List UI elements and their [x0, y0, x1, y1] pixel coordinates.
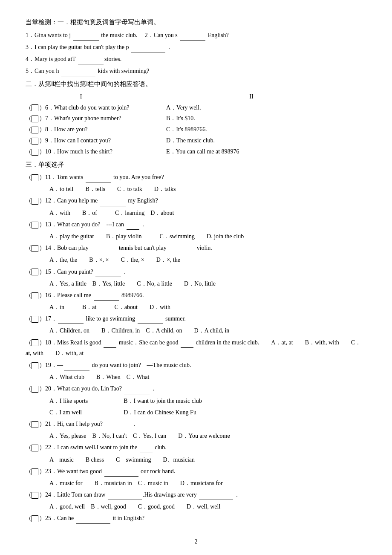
blank-24a[interactable]: [108, 500, 142, 500]
section3-options-22: A music B chess C swimming D、musician: [49, 454, 366, 465]
section3-q23: （ ）23．We want two good our rock band.: [26, 466, 366, 477]
section1-item-4: 4．Mary is good atT stories.: [26, 54, 366, 64]
section2-item-6: （ ）6．What club do you want to join? A．Ve…: [26, 103, 366, 113]
answer-box-7[interactable]: [32, 116, 38, 122]
blank-18b[interactable]: [181, 347, 193, 348]
section3-q21: （ ）21．Hi, can I help you? ．: [26, 419, 366, 429]
section3-options-11: A．to tell B．tells C．to talk D．talks: [49, 184, 366, 194]
section3-q11: （ ）11．Tom wants to you. Are you free?: [26, 172, 366, 182]
answer-box-8[interactable]: [32, 127, 38, 133]
blank-17b[interactable]: [138, 324, 163, 324]
section3-options-23: A．music for B．musician in C．music in D．m…: [49, 478, 366, 489]
section3-options-21: A．Yes, please B．No, I can't C．Yes, I can…: [49, 431, 366, 441]
section3-options-19: A．What club B．When C．What: [49, 372, 366, 382]
blank-3[interactable]: [131, 52, 165, 52]
page-content: 当堂检测：一．根据句意及词首字母写出单词。 1．Gina wants to j …: [26, 17, 366, 546]
blank-22[interactable]: [140, 453, 153, 453]
section3-options-17: A．Children, on B．Children, in C．A child,…: [49, 325, 366, 336]
answer-box-25[interactable]: [32, 515, 38, 522]
blank-13[interactable]: [127, 229, 139, 230]
answer-box-14[interactable]: [32, 245, 38, 252]
answer-box-19[interactable]: [32, 362, 38, 369]
answer-box-18[interactable]: [32, 339, 38, 346]
section3-options-12: A．with B．of C．learning D．about: [49, 208, 366, 218]
blank-1b[interactable]: [180, 40, 205, 40]
blank-12[interactable]: [100, 206, 126, 206]
section2-q6: （ ）6．What club do you want to join?: [26, 103, 166, 113]
blank-11[interactable]: [86, 182, 111, 182]
blank-25[interactable]: [76, 523, 110, 524]
blank-23[interactable]: [104, 476, 138, 477]
section2-q10: （ ）10．How much is the shirt?: [26, 147, 166, 157]
section2-q8: （ ）8．How are you?: [26, 124, 166, 135]
section2-q9: （ ）9．How can I contact you?: [26, 136, 166, 146]
blank-21[interactable]: [105, 429, 130, 429]
section3-q13: （ ）13．What can you do? ---I can ．: [26, 219, 366, 230]
section2-item-7: （ ）7．What's your phone number? B．It's $1…: [26, 113, 366, 124]
section3-options-20a: A．I like sports B．I want to join the mus…: [49, 396, 366, 406]
section3-q19: （ ）19．— do you want to join? —The music …: [26, 360, 366, 370]
blank-1a[interactable]: [73, 40, 99, 40]
blank-20[interactable]: [124, 394, 150, 394]
section3-q14: （ ）14．Bob can play tennis but can't play…: [26, 243, 366, 253]
section2-col-headers: I II: [26, 92, 366, 102]
section3-q17: （ ）17． like to go swimming summer.: [26, 313, 366, 324]
blank-14b[interactable]: [169, 253, 194, 253]
answer-box-16[interactable]: [32, 292, 38, 299]
section3-q12: （ ）12．Can you help me my English?: [26, 195, 366, 206]
section2-item-8: （ ）8．How are you? C．It's 8989766.: [26, 124, 366, 135]
blank-24b[interactable]: [199, 500, 233, 500]
blank-16[interactable]: [94, 300, 119, 301]
answer-box-24[interactable]: [32, 492, 38, 499]
answer-box-23[interactable]: [32, 468, 38, 475]
blank-4[interactable]: [78, 64, 104, 64]
section2-a10: E．You can call me at 898976: [166, 147, 366, 157]
section1-header: 当堂检测：一．根据句意及词首字母写出单词。: [26, 17, 366, 28]
section3-header: 三．单项选择: [26, 159, 366, 171]
section1-item-1: 1．Gina wants to j the music club. 2．Can …: [26, 30, 366, 40]
section3-options-14: A．the, the B．×, × C．the, × D．×, the: [49, 254, 366, 265]
section1-item-5: 5．Can you h kids with swimming?: [26, 66, 366, 76]
blank-18a[interactable]: [104, 347, 116, 348]
col-ii-label: II: [136, 92, 366, 102]
section2-header: 二．从第Ⅱ栏中找出第Ⅰ栏中间句的相应答语。: [26, 79, 366, 90]
section3-options-24: A．good, well B．well, good C．good, good D…: [49, 501, 366, 512]
section2-a8: C．It's 8989766.: [166, 124, 366, 135]
col-i-label: I: [26, 92, 136, 102]
section3-options-13: A．play the guitar B．play violin C．swimmi…: [49, 231, 366, 242]
section3-q16: （ ）16．Please call me 8989766.: [26, 290, 366, 301]
section2-q7: （ ）7．What's your phone number?: [26, 113, 166, 124]
section3-options-15: A．Yes, a little B．Yes, little C．No, a li…: [49, 278, 366, 289]
answer-box-20[interactable]: [32, 386, 38, 393]
blank-19[interactable]: [64, 370, 89, 370]
section1-item-3: 3．I can play the guitar but can't play t…: [26, 42, 366, 52]
blank-17a[interactable]: [58, 324, 84, 324]
section3-q24: （ ）24．Little Tom can draw .His drawings …: [26, 489, 366, 500]
answer-box-13[interactable]: [32, 222, 38, 228]
blank-15[interactable]: [95, 277, 121, 277]
answer-box-21[interactable]: [32, 421, 38, 428]
answer-box-9[interactable]: [32, 138, 38, 145]
answer-box-17[interactable]: [32, 316, 38, 323]
section2-a6: A．Very well.: [166, 103, 366, 113]
answer-box-10[interactable]: [32, 149, 38, 156]
section3-options-16: A．in B．at C．about D．with: [49, 302, 366, 312]
answer-box-22[interactable]: [32, 445, 38, 451]
blank-5[interactable]: [61, 76, 95, 76]
answer-box-11[interactable]: [32, 174, 38, 181]
section3-q18: （ ）18．Miss Read is good music．She can be…: [26, 337, 366, 358]
answer-box-6[interactable]: [32, 104, 38, 111]
section3-q22: （ ）22．I can swim well.I want to join the…: [26, 442, 366, 453]
section2-a7: B．It's $10.: [166, 113, 366, 124]
section2-item-9: （ ）9．How can I contact you? D．The music …: [26, 136, 366, 146]
section3-q15: （ ）15．Can you paint? ．: [26, 266, 366, 277]
section3-options-20b: C．I am well D．I can do Chinese Kung Fu: [49, 407, 366, 418]
section2-a9: D．The music club.: [166, 136, 366, 146]
blank-14a[interactable]: [91, 253, 116, 253]
answer-box-12[interactable]: [32, 198, 38, 205]
section3-q25: （ ）25．Can he it in English?: [26, 513, 366, 523]
answer-box-15[interactable]: [32, 269, 38, 275]
section2-item-10: （ ）10．How much is the shirt? E．You can c…: [26, 147, 366, 157]
page-number: 2: [26, 537, 366, 547]
section3-q20: （ ）20．What can you do, Lin Tao? ．: [26, 383, 366, 394]
